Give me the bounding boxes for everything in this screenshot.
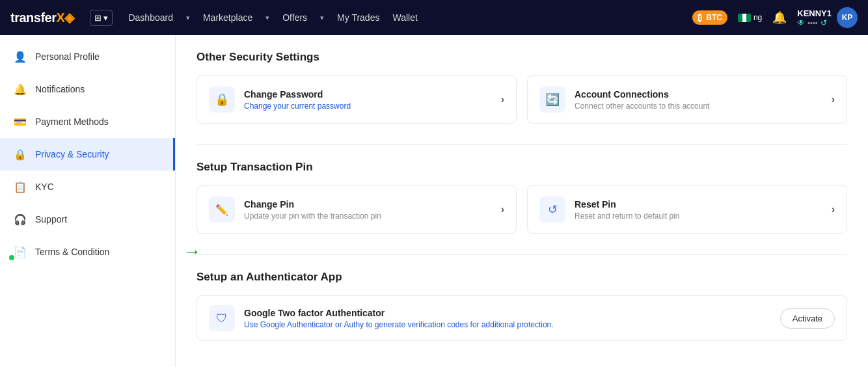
currency-label: ng <box>753 13 762 22</box>
bell-icon: 🔔 <box>13 82 27 96</box>
shield-card-icon: 🛡 <box>209 305 235 331</box>
sidebar-label-payment-methods: Payment Methods <box>35 116 109 127</box>
arrow-icon: → <box>183 241 201 262</box>
edit-card-icon: ✏️ <box>209 197 235 223</box>
account-connections-text: Account Connections Connect other accoun… <box>575 89 822 111</box>
sidebar-item-terms[interactable]: 📄 Terms & Condition → <box>0 236 175 268</box>
reset-pin-subtitle: Reset and return to default pin <box>575 211 822 221</box>
authenticator-text: Google Two factor Authenticator Use Goog… <box>244 308 771 329</box>
sidebar-label-notifications: Notifications <box>35 84 85 94</box>
chevron-right-icon-3: › <box>501 204 504 215</box>
sidebar-item-notifications[interactable]: 🔔 Notifications <box>0 73 175 105</box>
btc-label: BTC <box>706 13 722 22</box>
nav-marketplace[interactable]: Marketplace <box>203 12 252 23</box>
user-info: KENNY1 👁 •••• ↺ <box>797 8 832 27</box>
sidebar-label-personal-profile: Personal Profile <box>35 51 100 62</box>
transaction-pin-title: Setup Transaction Pin <box>197 161 847 174</box>
authenticator-section: Setup an Authenticator App 🛡 Google Two … <box>197 271 847 341</box>
nav-wallet[interactable]: Wallet <box>392 12 417 23</box>
authenticator-title: Setup an Authenticator App <box>197 271 847 284</box>
brand-name: transferX◈ <box>10 10 74 25</box>
person-icon: 👤 <box>13 49 27 64</box>
main-content: Other Security Settings 🔒 Change Passwor… <box>176 35 868 367</box>
change-pin-title: Change Pin <box>244 199 492 210</box>
card-icon: 💳 <box>13 115 27 129</box>
notification-button[interactable]: 🔔 <box>772 10 787 25</box>
user-avatar[interactable]: KP <box>837 7 858 28</box>
username: KENNY1 <box>797 8 832 18</box>
sidebar-item-kyc[interactable]: 📋 KYC <box>0 170 175 203</box>
authenticator-card: 🛡 Google Two factor Authenticator Use Go… <box>197 295 847 341</box>
section-divider-2 <box>197 254 847 255</box>
sidebar-label-support: Support <box>35 214 67 224</box>
account-connections-title: Account Connections <box>575 89 822 100</box>
activate-button[interactable]: Activate <box>780 308 835 329</box>
change-password-title: Change Password <box>244 89 492 100</box>
navbar: transferX◈ ⊞ ▾ Dashboard ▾ Marketplace ▾… <box>0 0 868 35</box>
change-pin-subtitle: Update your pin with the transaction pin <box>244 211 492 221</box>
currency-badge: ng <box>738 13 762 22</box>
lock-card-icon: 🔒 <box>209 87 235 113</box>
reset-pin-text: Reset Pin Reset and return to default pi… <box>575 199 822 221</box>
user-dots: 👁 •••• ↺ <box>797 18 832 27</box>
sidebar-dot <box>9 255 14 260</box>
sidebar-label-terms: Terms & Condition <box>35 247 109 257</box>
btc-icon: ₿ <box>698 12 702 23</box>
password-dots: •••• <box>807 19 817 27</box>
flag-ng <box>738 14 751 22</box>
authenticator-card-subtitle: Use Google Authenticator or Authy to gen… <box>244 320 771 329</box>
other-security-section: Other Security Settings 🔒 Change Passwor… <box>197 51 847 124</box>
lock-icon: 🔒 <box>13 147 27 161</box>
brand: transferX◈ <box>10 10 74 25</box>
grid-button[interactable]: ⊞ ▾ <box>90 10 113 26</box>
account-connections-card[interactable]: 🔄 Account Connections Connect other acco… <box>527 75 847 124</box>
brand-x: X◈ <box>56 10 74 25</box>
reset-pin-card[interactable]: ↺ Reset Pin Reset and return to default … <box>527 185 847 234</box>
change-password-text: Change Password Change your current pass… <box>244 89 492 111</box>
nav-links: Dashboard ▾ Marketplace ▾ Offers ▾ My Tr… <box>128 12 677 23</box>
section-divider-1 <box>197 144 847 145</box>
other-security-grid: 🔒 Change Password Change your current pa… <box>197 75 847 124</box>
sidebar-item-privacy-security[interactable]: 🔒 Privacy & Security <box>0 138 175 170</box>
account-connections-subtitle: Connect other accounts to this account <box>575 102 822 111</box>
kyc-icon: 📋 <box>13 180 27 194</box>
nav-dashboard[interactable]: Dashboard <box>128 12 173 23</box>
sidebar-label-privacy-security: Privacy & Security <box>35 149 109 159</box>
chevron-right-icon-2: › <box>832 94 835 105</box>
change-password-card[interactable]: 🔒 Change Password Change your current pa… <box>197 75 517 124</box>
transaction-pin-section: Setup Transaction Pin ✏️ Change Pin Upda… <box>197 161 847 234</box>
sidebar-item-support[interactable]: 🎧 Support <box>0 203 175 236</box>
reset-pin-title: Reset Pin <box>575 199 822 210</box>
transaction-pin-grid: ✏️ Change Pin Update your pin with the t… <box>197 185 847 234</box>
change-pin-card[interactable]: ✏️ Change Pin Update your pin with the t… <box>197 185 517 234</box>
reset-card-icon: ↺ <box>539 197 565 223</box>
document-icon: 📄 <box>13 245 27 259</box>
sidebar: 👤 Personal Profile 🔔 Notifications 💳 Pay… <box>0 35 176 367</box>
sync-card-icon: 🔄 <box>539 87 565 113</box>
chevron-right-icon: › <box>501 94 504 105</box>
headphone-icon: 🎧 <box>13 212 27 226</box>
sidebar-item-personal-profile[interactable]: 👤 Personal Profile <box>0 40 175 73</box>
authenticator-card-title: Google Two factor Authenticator <box>244 308 771 318</box>
eye-icon: 👁 <box>797 18 805 27</box>
btc-badge: ₿ BTC <box>692 10 727 25</box>
chevron-right-icon-4: › <box>832 204 835 215</box>
nav-offers[interactable]: Offers <box>282 12 307 23</box>
main-layout: 👤 Personal Profile 🔔 Notifications 💳 Pay… <box>0 35 868 367</box>
sidebar-item-payment-methods[interactable]: 💳 Payment Methods <box>0 105 175 138</box>
change-password-subtitle: Change your current password <box>244 102 492 111</box>
nav-right: ₿ BTC ng 🔔 KENNY1 👁 •••• ↺ KP <box>692 7 858 28</box>
user-section: KENNY1 👁 •••• ↺ KP <box>797 7 858 28</box>
change-pin-text: Change Pin Update your pin with the tran… <box>244 199 492 221</box>
nav-mytrades[interactable]: My Trades <box>337 12 379 23</box>
refresh-icon: ↺ <box>821 18 827 27</box>
other-security-title: Other Security Settings <box>197 51 847 64</box>
sidebar-label-kyc: KYC <box>35 182 54 192</box>
